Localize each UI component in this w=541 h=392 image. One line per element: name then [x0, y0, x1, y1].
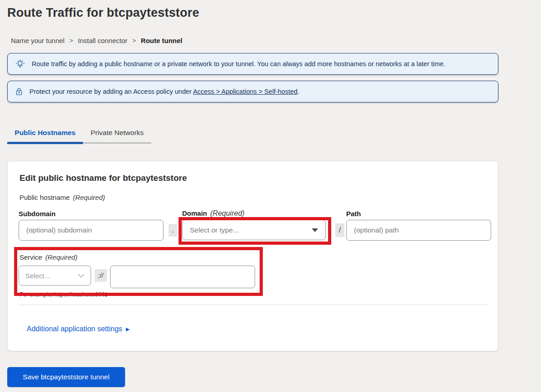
domain-label: Domain(Required) — [182, 209, 333, 220]
service-helper-text: For example, https://localhost:8001 — [19, 291, 487, 298]
subdomain-input[interactable] — [19, 220, 164, 241]
required-tag: (Required) — [73, 194, 105, 201]
breadcrumb-step-route-tunnel: Route tunnel — [141, 37, 183, 44]
tip-banner-text: Route traffic by adding a public hostnam… — [32, 60, 445, 68]
card-title: Edit public hostname for btcpayteststore — [19, 173, 487, 183]
service-section: Service(Required) Select... :// For exam… — [19, 253, 487, 298]
service-type-placeholder: Select... — [25, 272, 50, 280]
access-banner: Protect your resource by adding an Acces… — [7, 81, 498, 102]
required-tag: (Required) — [45, 253, 77, 261]
lock-icon — [15, 87, 23, 96]
chevron-down-icon — [78, 271, 84, 280]
additional-settings-label: Additional application settings — [27, 325, 122, 333]
subdomain-label: Subdomain — [19, 210, 164, 220]
lightbulb-icon — [15, 59, 25, 69]
chevron-down-icon — [312, 228, 318, 232]
breadcrumb-separator: > — [69, 37, 73, 44]
page-title: Route Traffic for btcpayteststore — [7, 6, 541, 20]
path-label: Path — [346, 210, 491, 220]
section-divider — [19, 305, 488, 305]
save-tunnel-button[interactable]: Save btcpayteststore tunnel — [7, 367, 125, 387]
hostname-network-tabs: Public Hostnames Private Networks — [7, 125, 151, 143]
tab-private-networks[interactable]: Private Networks — [83, 125, 151, 143]
public-hostname-label: Public hostname(Required) — [19, 194, 487, 201]
access-banner-prefix: Protect your resource by adding an Acces… — [29, 88, 192, 95]
required-tag: (Required) — [210, 209, 245, 217]
service-url-input[interactable] — [110, 266, 255, 288]
access-banner-text: Protect your resource by adding an Acces… — [29, 88, 299, 95]
breadcrumb-step-name-your-tunnel[interactable]: Name your tunnel — [11, 37, 64, 44]
public-hostname-label-text: Public hostname — [19, 194, 70, 201]
route-tunnel-page: Route Traffic for btcpayteststore Name y… — [0, 6, 541, 392]
chevron-right-icon: ▶ — [126, 326, 130, 332]
tab-public-hostnames[interactable]: Public Hostnames — [7, 125, 83, 143]
breadcrumb-step-install-connector[interactable]: Install connector — [78, 37, 127, 44]
dot-separator: . — [169, 224, 177, 237]
service-label: Service(Required) — [19, 253, 487, 261]
scheme-separator: :// — [95, 269, 107, 282]
domain-select-placeholder: Select or type... — [190, 226, 239, 234]
service-type-select[interactable]: Select... — [19, 266, 91, 286]
path-input[interactable] — [346, 220, 491, 241]
service-fields-row: Select... :// — [19, 266, 487, 288]
edit-public-hostname-card: Edit public hostname for btcpayteststore… — [7, 161, 498, 351]
hostname-fields-row: Subdomain Domain(Required) Path . Select… — [19, 208, 487, 241]
breadcrumb-separator: > — [132, 37, 136, 44]
access-applications-link[interactable]: Access > Applications > Self-hosted — [193, 88, 298, 95]
domain-label-text: Domain — [182, 209, 207, 217]
access-banner-suffix: . — [298, 88, 299, 95]
breadcrumb: Name your tunnel > Install connector > R… — [11, 37, 541, 44]
additional-settings-link[interactable]: Additional application settings ▶ — [27, 325, 130, 333]
domain-select[interactable]: Select or type... — [182, 220, 326, 240]
service-label-text: Service — [19, 253, 42, 261]
tip-banner: Route traffic by adding a public hostnam… — [7, 53, 498, 75]
slash-separator: / — [335, 223, 344, 237]
